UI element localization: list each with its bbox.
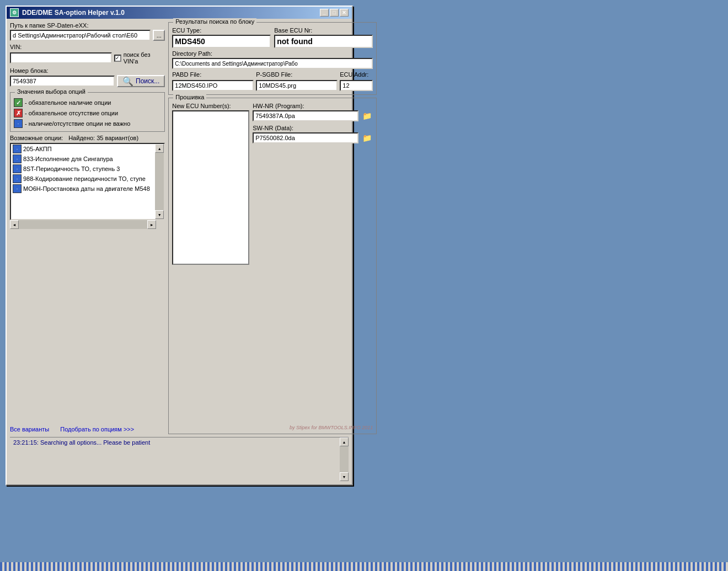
no-vin-label: поиск без VIN'a — [124, 51, 165, 65]
psgbd-label: P-SGBD File: — [256, 71, 338, 78]
options-values-title: Значения выбора опций — [15, 88, 88, 95]
app-icon: ⚙ — [10, 8, 19, 17]
list-icon-2: · — [13, 164, 22, 173]
block-label: Номер блока: — [10, 67, 165, 74]
possible-options-label: Возможные опции: — [10, 135, 63, 141]
sw-nr-input[interactable] — [253, 132, 358, 143]
base-ecu-input[interactable] — [274, 35, 373, 48]
status-scroll-up[interactable]: ▲ — [340, 437, 349, 446]
scroll-up-btn[interactable]: ▲ — [155, 144, 164, 153]
ecu-addr-input[interactable] — [340, 80, 373, 91]
options-listbox[interactable]: · 205-АКПП · 833-Исполнение для Сингапур… — [10, 143, 165, 220]
path-label: Путь к папке SP-Daten-eXX: — [10, 22, 165, 29]
title-bar: ⚙ DDE/DME SA-option Helper v.1.0 _ □ ✕ — [7, 7, 352, 19]
results-group-title: Результаты поиска по блоку — [173, 18, 256, 25]
pabd-label: PABD File: — [172, 71, 254, 78]
browse-button[interactable]: ... — [153, 30, 165, 41]
list-icon-4: · — [13, 184, 22, 193]
no-vin-checkbox[interactable]: ✓ — [114, 55, 121, 62]
path-input[interactable] — [10, 30, 151, 41]
search-icon: 🔍 — [122, 76, 133, 87]
vin-input[interactable] — [10, 52, 112, 63]
option3-label: - наличие/отсутствие опции не важно — [25, 120, 130, 127]
options-scrollbar-v[interactable]: ▲ ▼ — [155, 144, 164, 219]
app-title: DDE/DME SA-option Helper v.1.0 — [22, 9, 125, 17]
red-x-icon: ✗ — [14, 109, 23, 118]
option-row-1: ✓ - обязательное наличие опции — [14, 98, 161, 107]
status-scroll-down[interactable]: ▼ — [340, 472, 349, 481]
status-scroll-track — [340, 446, 349, 472]
scroll-right-btn[interactable]: ► — [147, 220, 156, 229]
search-button-label: Поиск... — [136, 77, 159, 85]
scroll-track-h[interactable] — [19, 220, 147, 229]
flash-group-title: Прошивка — [173, 94, 206, 100]
close-button[interactable]: ✕ — [340, 9, 349, 17]
status-bar: 23:21:15: Searching all options... Pleas… — [10, 437, 349, 481]
list-icon-0: · — [13, 145, 22, 153]
dir-path-input[interactable] — [172, 58, 373, 69]
vin-checkbox-row: ✓ поиск без VIN'a — [114, 51, 165, 65]
status-log: 23:21:15: Searching all options... Pleas… — [13, 439, 150, 446]
option-row-2: ✗ - обязательное отсутствие опции — [14, 109, 161, 118]
hw-nr-input[interactable] — [253, 110, 358, 121]
pabd-input[interactable] — [172, 80, 254, 91]
list-icon-3: · — [13, 174, 22, 183]
list-item[interactable]: · 833-Исполнение для Сингапура — [11, 154, 164, 164]
results-group: Результаты поиска по блоку ECU Type: Bas… — [168, 22, 377, 95]
list-item[interactable]: · МО6Н-Простановка даты на двигателе М54… — [11, 184, 164, 194]
option2-label: - обязательное отсутствие опции — [25, 110, 118, 116]
minimize-button[interactable]: _ — [320, 9, 329, 17]
search-button[interactable]: 🔍 Поиск... — [117, 75, 165, 87]
list-item[interactable]: · 988-Кодирование периодичности ТО, ступ… — [11, 174, 164, 184]
dir-path-label: Directory Path: — [172, 50, 373, 57]
sw-nr-label: SW-NR (Data): — [253, 125, 373, 131]
vin-label: VIN: — [10, 44, 165, 50]
taskbar-strip — [0, 562, 728, 571]
maximize-button[interactable]: □ — [330, 9, 339, 17]
ecu-addr-label: ECU Addr: — [340, 71, 373, 78]
block-input[interactable] — [10, 76, 115, 87]
status-scrollbar[interactable]: ▲ ▼ — [340, 437, 349, 481]
hw-nr-label: HW-NR (Program): — [253, 103, 373, 109]
window-controls: _ □ ✕ — [320, 9, 349, 17]
scroll-left-btn[interactable]: ◄ — [10, 220, 19, 229]
scroll-down-btn[interactable]: ▼ — [155, 210, 164, 219]
ecu-type-input[interactable] — [172, 35, 271, 48]
green-check-icon: ✓ — [14, 98, 23, 107]
list-item[interactable]: · 8ST-Периодичность ТО, ступень 3 — [11, 164, 164, 174]
hw-nr-folder-icon[interactable]: 📁 — [361, 110, 373, 121]
psgbd-input[interactable] — [256, 80, 338, 91]
sw-nr-folder-icon[interactable]: 📁 — [361, 132, 373, 143]
filter-button[interactable]: Подобрать по опциям >>> — [60, 426, 134, 433]
flash-group: Прошивка New ECU Number(s): HW-NR (Progr… — [168, 98, 377, 434]
base-ecu-label: Base ECU Nr: — [274, 27, 373, 34]
new-ecu-listbox[interactable] — [172, 110, 249, 265]
all-variants-button[interactable]: Все варианты — [10, 426, 49, 433]
list-item[interactable]: · 205-АКПП — [11, 144, 164, 154]
option1-label: - обязательное наличие опции — [25, 99, 111, 106]
found-count: Найдено: 35 вариант(ов) — [68, 135, 138, 141]
blue-dot-icon: · — [14, 119, 23, 128]
list-icon-1: · — [13, 154, 22, 163]
option-row-3: · - наличие/отсутствие опции не важно — [14, 119, 161, 128]
watermark: by Stipex for BMWTOOLS.INFO 2011 — [290, 425, 373, 430]
scroll-track[interactable] — [155, 153, 164, 210]
new-ecu-label: New ECU Number(s): — [172, 103, 249, 109]
options-values-group: Значения выбора опций ✓ - обязательное н… — [10, 92, 165, 132]
ecu-type-label: ECU Type: — [172, 27, 271, 34]
